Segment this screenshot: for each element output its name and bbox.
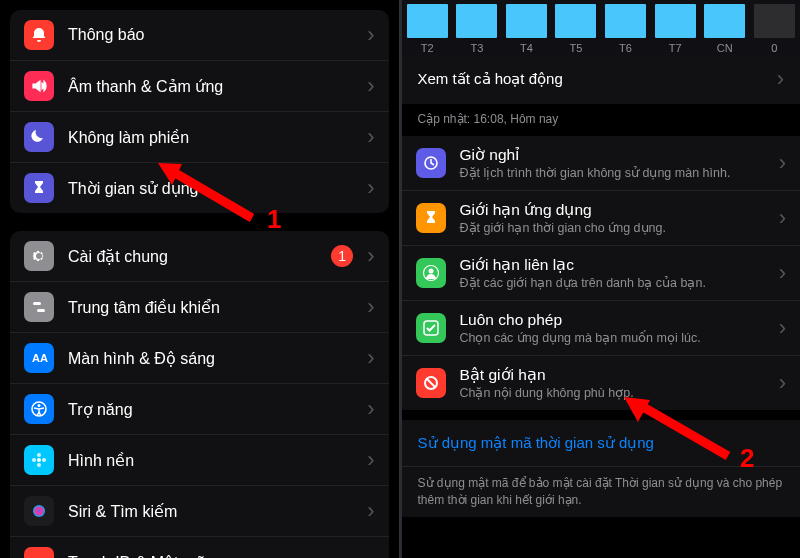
- flower-icon: [24, 445, 54, 475]
- screentime-option-check[interactable]: Luôn cho phépChọn các ứng dụng mà bạn mu…: [402, 301, 801, 356]
- settings-row-siri[interactable]: Siri & Tìm kiếm›: [10, 486, 389, 537]
- settings-row-fingerprint[interactable]: Touch ID & Mật mã›: [10, 537, 389, 558]
- chart-day-label: T7: [669, 42, 682, 54]
- settings-row-accessibility[interactable]: Trợ năng›: [10, 384, 389, 435]
- svg-point-7: [37, 463, 41, 467]
- chevron-right-icon: ›: [367, 245, 374, 267]
- screentime-option-clock[interactable]: Giờ nghỉĐặt lịch trình thời gian không s…: [402, 136, 801, 191]
- view-all-activity-label: Xem tất cả hoạt động: [418, 70, 563, 88]
- siri-icon: [24, 496, 54, 526]
- chart-bar: [506, 4, 547, 38]
- view-all-activity-row[interactable]: Xem tất cả hoạt động ›: [402, 54, 801, 104]
- chevron-right-icon: ›: [367, 398, 374, 420]
- screentime-options-group: Giờ nghỉĐặt lịch trình thời gian không s…: [402, 136, 801, 410]
- chevron-right-icon: ›: [777, 68, 784, 90]
- chart-day-T7: T7: [650, 4, 700, 54]
- chevron-right-icon: ›: [779, 372, 786, 394]
- chart-bar: [407, 4, 448, 38]
- chevron-right-icon: ›: [367, 296, 374, 318]
- block-icon: [416, 368, 446, 398]
- notification-badge: 1: [331, 245, 353, 267]
- settings-row-brightness[interactable]: AAMàn hình & Độ sáng›: [10, 333, 389, 384]
- option-title: Giờ nghỉ: [460, 146, 773, 164]
- chevron-right-icon: ›: [779, 317, 786, 339]
- chart-day-T5: T5: [551, 4, 601, 54]
- option-subtitle: Đặt các giới hạn dựa trên danh bạ của bạ…: [460, 275, 773, 290]
- chevron-right-icon: ›: [367, 347, 374, 369]
- settings-row-label: Âm thanh & Cảm ứng: [68, 77, 361, 96]
- option-text: Giới hạn liên lạcĐặt các giới hạn dựa tr…: [460, 256, 773, 290]
- chart-day-label: CN: [717, 42, 733, 54]
- chevron-right-icon: ›: [367, 449, 374, 471]
- settings-row-sound[interactable]: Âm thanh & Cảm ứng›: [10, 61, 389, 112]
- screentime-option-block[interactable]: Bật giới hạnChặn nội dung không phù hợp.…: [402, 356, 801, 410]
- settings-row-label: Thời gian sử dụng: [68, 179, 361, 198]
- option-text: Bật giới hạnChặn nội dung không phù hợp.: [460, 366, 773, 400]
- svg-point-4: [38, 404, 41, 407]
- settings-pane: Thông báo›Âm thanh & Cảm ứng›Không làm p…: [0, 0, 400, 558]
- annotation-number-1: 1: [267, 204, 281, 235]
- screentime-option-contacts[interactable]: Giới hạn liên lạcĐặt các giới hạn dựa tr…: [402, 246, 801, 301]
- moon-icon: [24, 122, 54, 152]
- chart-bar: [555, 4, 596, 38]
- chevron-right-icon: ›: [367, 551, 374, 558]
- settings-row-bell[interactable]: Thông báo›: [10, 10, 389, 61]
- settings-row-label: Thông báo: [68, 26, 361, 44]
- settings-row-gear[interactable]: Cài đặt chung1›: [10, 231, 389, 282]
- settings-row-label: Hình nền: [68, 451, 361, 470]
- option-text: Luôn cho phépChọn các ứng dụng mà bạn mu…: [460, 311, 773, 345]
- brightness-icon: AA: [24, 343, 54, 373]
- use-passcode-label: Sử dụng mật mã thời gian sử dụng: [418, 434, 654, 451]
- chart-bar: [605, 4, 646, 38]
- fingerprint-icon: [24, 547, 54, 558]
- option-title: Giới hạn liên lạc: [460, 256, 773, 274]
- chart-bar: [655, 4, 696, 38]
- chart-day-CN: CN: [700, 4, 750, 54]
- option-subtitle: Đặt lịch trình thời gian không sử dụng m…: [460, 165, 773, 180]
- chart-bar-empty: [754, 4, 795, 38]
- chart-bar: [456, 4, 497, 38]
- chevron-right-icon: ›: [779, 262, 786, 284]
- chevron-right-icon: ›: [367, 177, 374, 199]
- screentime-option-hourglass[interactable]: Giới hạn ứng dụngĐặt giới hạn thời gian …: [402, 191, 801, 246]
- svg-point-8: [32, 458, 36, 462]
- option-subtitle: Chọn các ứng dụng mà bạn muốn mọi lúc.: [460, 330, 773, 345]
- settings-row-moon[interactable]: Không làm phiền›: [10, 112, 389, 163]
- settings-row-label: Trợ năng: [68, 400, 361, 419]
- chevron-right-icon: ›: [367, 500, 374, 522]
- option-title: Bật giới hạn: [460, 366, 773, 384]
- settings-row-switches[interactable]: Trung tâm điều khiển›: [10, 282, 389, 333]
- option-subtitle: Đặt giới hạn thời gian cho ứng dụng.: [460, 220, 773, 235]
- settings-row-label: Trung tâm điều khiển: [68, 298, 361, 317]
- chart-day-label: T6: [619, 42, 632, 54]
- settings-row-label: Không làm phiền: [68, 128, 361, 147]
- svg-point-14: [428, 269, 433, 274]
- settings-row-hourglass[interactable]: Thời gian sử dụng›: [10, 163, 389, 213]
- weekly-chart: T2T3T4T5T6T7CN0: [402, 0, 801, 54]
- clock-icon: [416, 148, 446, 178]
- option-subtitle: Chặn nội dung không phù hợp.: [460, 385, 773, 400]
- chart-day-label: T5: [570, 42, 583, 54]
- chart-day-label: T3: [470, 42, 483, 54]
- sound-icon: [24, 71, 54, 101]
- hourglass-icon: [24, 173, 54, 203]
- hourglass-icon: [416, 203, 446, 233]
- svg-rect-1: [37, 309, 45, 312]
- screentime-pane: T2T3T4T5T6T7CN0 Xem tất cả hoạt động › C…: [402, 0, 801, 558]
- svg-point-9: [42, 458, 46, 462]
- chart-end-tick: 0: [749, 4, 799, 54]
- chart-day-T3: T3: [452, 4, 502, 54]
- contacts-icon: [416, 258, 446, 288]
- passcode-hint: Sử dụng mật mã để bảo mật cài đặt Thời g…: [402, 467, 801, 517]
- check-icon: [416, 313, 446, 343]
- settings-group-1: Thông báo›Âm thanh & Cảm ứng›Không làm p…: [10, 10, 389, 213]
- settings-row-flower[interactable]: Hình nền›: [10, 435, 389, 486]
- settings-row-label: Siri & Tìm kiếm: [68, 502, 361, 521]
- svg-point-10: [33, 505, 45, 517]
- chart-bar: [704, 4, 745, 38]
- chart-day-T6: T6: [601, 4, 651, 54]
- option-title: Luôn cho phép: [460, 311, 773, 329]
- chevron-right-icon: ›: [367, 126, 374, 148]
- gear-icon: [24, 241, 54, 271]
- chart-day-T2: T2: [403, 4, 453, 54]
